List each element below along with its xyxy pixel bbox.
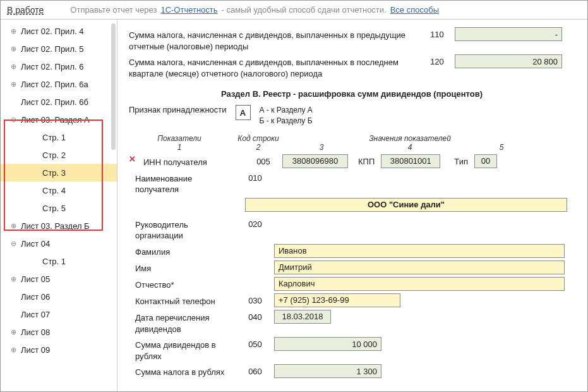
kpp-label: КПП <box>353 154 376 166</box>
tree-item-label: Лист 07 <box>21 310 50 319</box>
r050-code: 050 <box>241 337 269 349</box>
tree-item-7[interactable]: Стр. 2 <box>1 146 117 164</box>
r005-code: 005 <box>249 154 277 166</box>
priz-row: Признак принадлежности А А - к Разделу А… <box>129 105 575 126</box>
r040-code: 040 <box>241 310 269 322</box>
sum-div-field[interactable]: 10 000 <box>274 337 381 351</box>
sidebar-scrollbar[interactable] <box>111 23 116 150</box>
tree-item-label: Лист 03. Раздел А <box>21 115 90 125</box>
tree-item-2[interactable]: ⊕Лист 02. Прил. 6 <box>1 58 117 75</box>
expand-icon[interactable]: ⊕ <box>8 45 18 53</box>
date-field[interactable]: 18.03.2018 <box>274 310 331 324</box>
otch-label: Отчество* <box>129 277 236 291</box>
row-120-field[interactable]: 20 800 <box>455 54 562 68</box>
delete-icon[interactable]: ✕ <box>129 154 136 164</box>
name-label: Имя <box>129 260 236 274</box>
r050-label: Сумма дивидендов в рублях <box>129 337 236 362</box>
tree-item-label: Лист 04 <box>21 239 50 248</box>
status-link[interactable]: В работе <box>7 5 44 15</box>
r020-label: Руководитель организации <box>129 217 236 242</box>
tree-item-3[interactable]: ⊕Лист 02. Прил. 6а <box>1 75 117 93</box>
tree-item-11[interactable]: ⊕Лист 03. Раздел Б <box>1 217 117 235</box>
tree-item-0[interactable]: ⊕Лист 02. Прил. 4 <box>1 22 117 40</box>
row-110-label: Сумма налога, начисленная с дивидендов, … <box>129 27 419 52</box>
link-1c[interactable]: 1С-Отчетность <box>160 5 217 15</box>
tree-item-9[interactable]: Стр. 4 <box>1 181 117 199</box>
tip-field[interactable]: 00 <box>474 154 497 168</box>
phone-field[interactable]: +7 (925) 123-69-99 <box>274 293 400 307</box>
sidebar: ⊕Лист 02. Прил. 4⊕Лист 02. Прил. 5⊕Лист … <box>1 20 117 391</box>
r060-label: Сумма налога в рублях <box>129 364 236 378</box>
kpp-field[interactable]: 380801001 <box>381 154 440 168</box>
expand-icon[interactable]: ⊕ <box>8 80 18 89</box>
tree-item-4[interactable]: Лист 02. Прил. 6б <box>1 93 117 111</box>
notice-text2: - самый удобный способ сдачи отчетности. <box>222 5 387 15</box>
link-all-ways[interactable]: Все способы <box>390 5 439 15</box>
tree-item-6[interactable]: Стр. 1 <box>1 128 117 146</box>
tree-item-label: Стр. 2 <box>42 150 66 160</box>
tree-item-16[interactable]: Лист 07 <box>1 305 117 323</box>
expand-icon[interactable]: ⊖ <box>8 240 18 248</box>
tree-item-label: Стр. 5 <box>42 204 66 213</box>
r040-label: Дата перечисления дивидендов <box>129 310 236 334</box>
tree-item-label: Лист 08 <box>21 328 50 337</box>
tree-item-5[interactable]: ⊖Лист 03. Раздел А <box>1 111 117 128</box>
otch-field[interactable]: Карлович <box>274 277 565 291</box>
tree-item-label: Стр. 3 <box>42 168 66 178</box>
name-field[interactable]: Дмитрий <box>274 260 565 274</box>
row-120-label: Сумма налога, начисленная с дивидендов, … <box>129 54 419 79</box>
expand-icon[interactable]: ⊕ <box>8 63 18 71</box>
priz-label: Признак принадлежности <box>129 105 227 114</box>
tree-item-14[interactable]: ⊕Лист 05 <box>1 270 117 288</box>
expand-icon[interactable]: ⊕ <box>8 346 18 354</box>
fam-field[interactable]: Иванов <box>274 244 565 258</box>
section-b-title: Раздел В. Реестр - расшифровка сумм диви… <box>129 89 575 99</box>
tree-item-12[interactable]: ⊖Лист 04 <box>1 235 117 252</box>
tree-item-8[interactable]: Стр. 3 <box>1 164 117 181</box>
fam-label: Фамилия <box>129 244 236 258</box>
r005-label: ИНН получателя <box>143 154 244 168</box>
row-110-code: 110 <box>424 27 450 39</box>
r010-label: Наименование получателя <box>129 171 236 195</box>
org-name-field[interactable]: ООО "Синие дали" <box>245 198 567 212</box>
tree-item-label: Стр. 4 <box>42 186 66 195</box>
tree-item-15[interactable]: Лист 06 <box>1 288 117 305</box>
tree-item-17[interactable]: ⊕Лист 08 <box>1 323 117 341</box>
expand-icon[interactable]: ⊖ <box>8 116 18 124</box>
tree-item-label: Лист 02. Прил. 5 <box>21 44 83 54</box>
row-120-code: 120 <box>424 54 450 66</box>
tree-item-10[interactable]: Стр. 5 <box>1 199 117 217</box>
expand-icon[interactable]: ⊕ <box>8 275 18 283</box>
app-window: В работе Отправьте отчет через 1С-Отчетн… <box>0 0 588 392</box>
tree-item-1[interactable]: ⊕Лист 02. Прил. 5 <box>1 40 117 58</box>
r020-code: 020 <box>241 217 269 229</box>
tree-item-label: Лист 05 <box>21 274 50 284</box>
tree-item-label: Лист 02. Прил. 4 <box>21 27 83 36</box>
tree-item-label: Лист 09 <box>21 345 50 355</box>
table-header: Показатели1 Код строки2 3 Значения показ… <box>129 134 575 152</box>
row-110-field[interactable]: - <box>455 27 562 41</box>
expand-icon[interactable]: ⊕ <box>8 27 18 35</box>
r010-code: 010 <box>241 171 269 183</box>
tree-item-label: Лист 02. Прил. 6 <box>21 62 83 71</box>
tip-label: Тип <box>445 154 469 166</box>
tree-item-label: Стр. 1 <box>42 257 66 266</box>
expand-icon[interactable]: ⊕ <box>8 222 18 230</box>
r060-code: 060 <box>241 364 269 376</box>
tree-item-18[interactable]: ⊕Лист 09 <box>1 341 117 358</box>
tree-item-13[interactable]: Стр. 1 <box>1 252 117 270</box>
main-panel: Сумма налога, начисленная с дивидендов, … <box>117 20 587 391</box>
priz-box[interactable]: А <box>236 105 251 120</box>
r030-label: Контактный телефон <box>129 293 236 307</box>
tree-item-label: Лист 06 <box>21 292 50 302</box>
tree-item-label: Лист 02. Прил. 6б <box>21 97 88 107</box>
notice-text: Отправьте отчет через <box>70 5 157 15</box>
expand-icon[interactable]: ⊕ <box>8 328 18 336</box>
inn-field[interactable]: 3808096980 <box>282 154 348 168</box>
r030-code: 030 <box>241 293 269 305</box>
topbar: В работе Отправьте отчет через 1С-Отчетн… <box>1 1 587 20</box>
sum-tax-field[interactable]: 1 300 <box>274 364 381 378</box>
tree-item-label: Стр. 1 <box>42 133 66 142</box>
tree-item-label: Лист 03. Раздел Б <box>21 221 90 231</box>
tree-item-label: Лист 02. Прил. 6а <box>21 80 88 89</box>
